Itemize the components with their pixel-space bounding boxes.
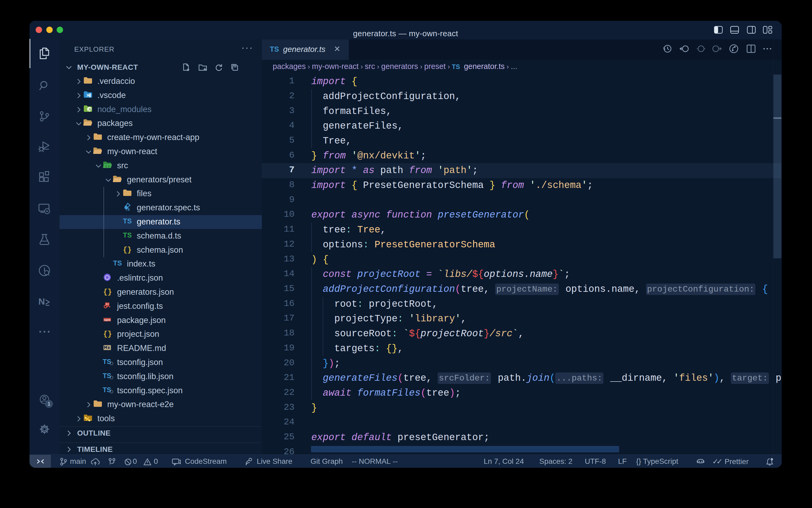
svg-text:TS: TS — [125, 207, 130, 211]
svg-text:N: N — [38, 296, 45, 306]
svg-text:TS: TS — [123, 231, 132, 239]
svg-text:TS: TS — [103, 372, 111, 379]
svg-text:TS: TS — [103, 386, 111, 393]
svg-text:TS: TS — [113, 259, 122, 267]
svg-text:{}: {} — [103, 288, 112, 296]
svg-text:{}: {} — [103, 330, 112, 338]
svg-text:{}: {} — [123, 246, 132, 254]
svg-text:TS: TS — [123, 217, 132, 225]
svg-text:JS: JS — [88, 108, 92, 111]
svg-text:TS: TS — [103, 358, 111, 365]
svg-text:npm: npm — [104, 318, 110, 321]
